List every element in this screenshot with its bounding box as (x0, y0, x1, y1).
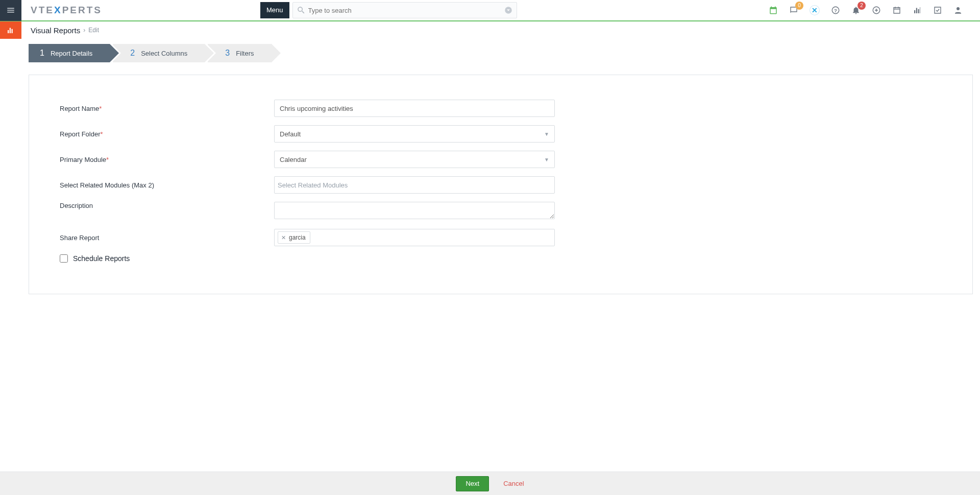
report-folder-label: Report Folder* (60, 130, 274, 138)
row-schedule-reports: Schedule Reports (60, 254, 942, 263)
schedule-reports-label[interactable]: Schedule Reports (73, 254, 130, 263)
select-value: Default (280, 130, 301, 138)
svg-text:?: ? (834, 8, 837, 13)
step-label: Report Details (51, 50, 92, 57)
chip-label: garcia (289, 234, 306, 241)
chat-icon[interactable]: 0 (789, 6, 798, 15)
hamburger-icon (6, 6, 15, 15)
x-app-icon[interactable]: ✕ (810, 5, 820, 15)
schedule-reports-checkbox[interactable] (60, 254, 68, 263)
breadcrumb: Visual Reports › Edit (31, 26, 99, 35)
module-icon[interactable] (0, 21, 21, 39)
breadcrumb-leaf: Edit (88, 27, 99, 34)
logo-text: VTEXPERTS (31, 5, 102, 16)
breadcrumb-module[interactable]: Visual Reports (31, 26, 80, 35)
multiselect-placeholder: Select Related Modules (278, 181, 348, 189)
share-chip: ✕ garcia (278, 231, 310, 244)
description-textarea[interactable] (274, 202, 555, 219)
wizard-steps: 1 Report Details 2 Select Columns 3 Filt… (29, 44, 973, 62)
left-rail (0, 39, 21, 495)
svg-point-4 (957, 7, 960, 10)
primary-module-label: Primary Module* (60, 156, 274, 163)
related-modules-label: Select Related Modules (Max 2) (60, 181, 274, 189)
row-report-folder: Report Folder* Default ▼ (60, 125, 942, 143)
row-description: Description (60, 202, 942, 221)
share-report-label: Share Report (60, 234, 274, 242)
search-icon (297, 6, 306, 15)
notifications-badge: 2 (857, 2, 866, 10)
chevron-down-icon: ▼ (544, 157, 549, 162)
menu-button[interactable]: Menu (260, 2, 289, 18)
form-panel: Report Name* Report Folder* Default ▼ Pr… (29, 75, 973, 294)
step-number: 2 (130, 49, 135, 58)
step-number: 1 (40, 49, 44, 58)
row-primary-module: Primary Module* Calendar ▼ (60, 151, 942, 168)
footer-bar: Next Cancel (0, 472, 980, 495)
help-icon[interactable]: ? (831, 6, 840, 15)
step-label: Filters (236, 50, 254, 57)
step-label: Select Columns (141, 50, 187, 57)
topbar-right: 0 ✕ ? 2 (769, 5, 974, 15)
sub-bar: Visual Reports › Edit (0, 21, 980, 39)
breadcrumb-separator: › (83, 27, 85, 34)
next-button[interactable]: Next (456, 476, 489, 491)
step-filters[interactable]: 3 Filters (208, 44, 271, 62)
x-icon: ✕ (810, 5, 820, 15)
share-report-multiselect[interactable]: ✕ garcia (274, 229, 555, 246)
primary-module-select[interactable]: Calendar ▼ (274, 151, 555, 168)
calendar-icon[interactable] (892, 6, 901, 15)
description-label: Description (60, 202, 274, 209)
search-submit-icon[interactable] (504, 6, 513, 15)
chevron-down-icon: ▼ (544, 131, 549, 137)
report-name-input[interactable] (274, 100, 555, 117)
user-menu-icon[interactable] (953, 6, 963, 15)
calendar-shortcut[interactable] (769, 6, 778, 15)
chip-remove-icon[interactable]: ✕ (281, 234, 286, 241)
row-share-report: Share Report ✕ garcia (60, 229, 942, 246)
step-number: 3 (225, 49, 230, 58)
select-value: Calendar (280, 156, 307, 163)
logo[interactable]: VTEXPERTS (31, 0, 102, 21)
tasks-icon[interactable] (933, 6, 942, 15)
report-name-label: Report Name* (60, 105, 274, 112)
add-icon[interactable] (872, 6, 881, 15)
row-report-name: Report Name* (60, 100, 942, 117)
notifications-icon[interactable]: 2 (851, 6, 861, 15)
report-folder-select[interactable]: Default ▼ (274, 125, 555, 143)
chat-badge: 0 (795, 2, 803, 10)
step-report-details[interactable]: 1 Report Details (29, 44, 110, 62)
content: 1 Report Details 2 Select Columns 3 Filt… (21, 39, 980, 472)
search-input[interactable] (292, 2, 517, 18)
top-bar: VTEXPERTS Menu 0 ✕ ? 2 (0, 0, 980, 21)
row-related-modules: Select Related Modules (Max 2) Select Re… (60, 176, 942, 194)
reports-icon[interactable] (913, 6, 922, 15)
related-modules-multiselect[interactable]: Select Related Modules (274, 176, 555, 194)
global-search (292, 2, 517, 18)
cancel-link[interactable]: Cancel (503, 480, 524, 487)
hamburger-menu[interactable] (0, 0, 21, 21)
chart-icon (6, 26, 15, 35)
step-select-columns[interactable]: 2 Select Columns (113, 44, 205, 62)
